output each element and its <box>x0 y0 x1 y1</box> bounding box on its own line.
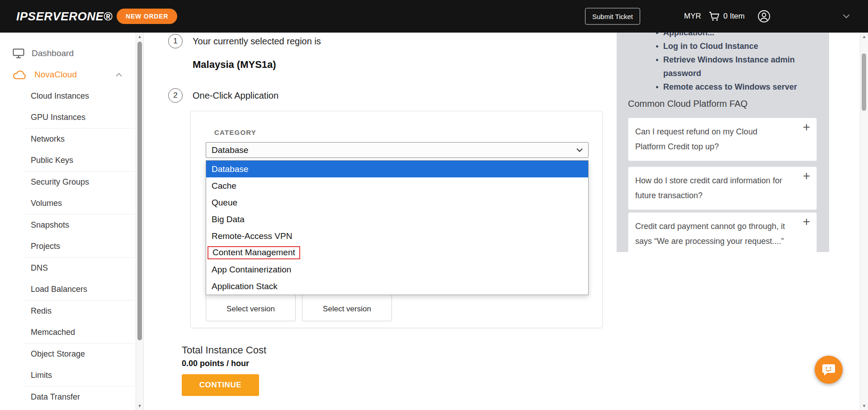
scroll-up-arrow-icon[interactable]: ▲ <box>136 34 143 39</box>
sidebar-item-public-keys[interactable]: Public Keys <box>25 150 135 172</box>
region-prompt-text: Your currently selected region is <box>193 36 321 47</box>
sidebar-item-gpu-instances[interactable]: GPU Instances <box>25 107 135 129</box>
sidebar-item-projects[interactable]: Projects <box>25 236 135 258</box>
ipserverone-logo[interactable]: IPSERVERONE® <box>16 10 113 24</box>
sidebar-item-label: NovaCloud <box>34 70 77 80</box>
faq-item[interactable]: Can I request refund on my Cloud Platfor… <box>628 118 817 161</box>
sidebar-item-object-storage[interactable]: Object Storage <box>25 343 135 365</box>
sidebar-scrollbar-thumb[interactable] <box>137 42 142 340</box>
step-2-marker: 2 <box>168 88 183 103</box>
chevron-up-icon <box>116 73 122 77</box>
chat-widget-button[interactable] <box>815 356 843 384</box>
cloud-icon <box>13 70 27 80</box>
faq-item[interactable]: Credit card payment cannot go through, i… <box>628 212 817 252</box>
cart-button[interactable]: 0 Item <box>709 11 745 21</box>
help-link[interactable]: Application... <box>656 33 829 39</box>
step-1-marker: 1 <box>168 34 183 48</box>
dropdown-option-big-data[interactable]: Big Data <box>206 211 588 228</box>
dropdown-option-content-management[interactable]: Content Management <box>206 244 588 261</box>
dropdown-option-cache[interactable]: Cache <box>206 177 588 194</box>
one-click-application-card: CATEGORY Database Database Cache Queue B… <box>190 111 603 328</box>
faq-question: How do I store credit card information f… <box>628 167 816 203</box>
selected-region: Malaysia (MYS1a) <box>193 59 276 71</box>
help-link[interactable]: Retrieve Windows Instance admin password <box>656 53 829 80</box>
cart-icon <box>709 11 720 21</box>
sidebar-item-limits[interactable]: Limits <box>25 365 135 387</box>
account-icon[interactable] <box>758 10 770 23</box>
currency-selector[interactable]: MYR <box>684 12 701 21</box>
main-content: 1 Your currently selected region is Mala… <box>144 33 617 410</box>
chevron-down-icon <box>576 148 583 152</box>
faq-section-title: Common Cloud Platform FAQ <box>628 99 748 109</box>
help-link[interactable]: Log in to Cloud Instance <box>656 39 829 53</box>
submit-ticket-button[interactable]: Submit Ticket <box>585 8 640 25</box>
page-scrollbar-thumb[interactable] <box>862 53 866 111</box>
category-selected-value: Database <box>212 145 248 155</box>
topbar: IPSERVERONE® NEW ORDER Submit Ticket MYR… <box>0 0 868 33</box>
help-links-list: Application... Log in to Cloud Instance … <box>656 33 829 94</box>
red-annotation-box: Content Management <box>208 246 300 259</box>
chat-bubble-icon <box>821 362 836 377</box>
sidebar-item-label: Dashboard <box>32 48 74 58</box>
cart-count-label: 0 Item <box>723 12 745 21</box>
total-cost-value: 0.00 points / hour <box>182 359 249 368</box>
faq-question: Can I request refund on my Cloud Platfor… <box>628 118 816 154</box>
monitor-icon <box>13 48 24 58</box>
select-version-dropdown[interactable]: Select version <box>206 305 295 314</box>
sidebar: Dashboard NovaCloud Cloud Instances GPU … <box>0 33 136 410</box>
page-scrollbar: ▲ ▼ <box>860 33 868 410</box>
dropdown-option-application-stack[interactable]: Application Stack <box>206 278 588 295</box>
chevron-down-icon[interactable] <box>843 14 850 19</box>
dropdown-option-app-containerization[interactable]: App Containerization <box>206 261 588 278</box>
sidebar-item-redis[interactable]: Redis <box>25 300 135 322</box>
sidebar-item-novacloud[interactable]: NovaCloud <box>0 64 136 86</box>
help-link[interactable]: Remote access to Windows server <box>656 80 829 94</box>
novacloud-submenu: Cloud Instances GPU Instances Networks P… <box>25 86 135 408</box>
dropdown-option-queue[interactable]: Queue <box>206 194 588 211</box>
sidebar-item-dashboard[interactable]: Dashboard <box>0 43 136 64</box>
scroll-up-arrow-icon[interactable]: ▲ <box>860 34 868 39</box>
dropdown-option-database[interactable]: Database <box>206 161 588 177</box>
plus-icon[interactable]: + <box>803 169 810 183</box>
category-dropdown-list: Database Cache Queue Big Data Remote-Acc… <box>206 160 589 295</box>
sidebar-item-memcached[interactable]: Memcached <box>25 322 135 344</box>
new-order-button[interactable]: NEW ORDER <box>117 9 177 24</box>
continue-button[interactable]: CONTINUE <box>182 374 259 396</box>
sidebar-item-networks[interactable]: Networks <box>25 129 135 150</box>
plus-icon[interactable]: + <box>803 215 810 229</box>
select-version-dropdown[interactable]: Select version <box>302 305 392 314</box>
total-cost-label: Total Instance Cost <box>182 344 266 356</box>
sidebar-item-cloud-instances[interactable]: Cloud Instances <box>25 86 135 107</box>
sidebar-item-snapshots[interactable]: Snapshots <box>25 215 135 236</box>
plus-icon[interactable]: + <box>803 120 810 134</box>
sidebar-item-dns[interactable]: DNS <box>25 257 135 279</box>
sidebar-scrollbar: ▲ ▼ <box>136 33 144 410</box>
sidebar-item-data-transfer[interactable]: Data Transfer <box>25 386 135 408</box>
scroll-down-arrow-icon[interactable]: ▼ <box>136 404 143 408</box>
category-select[interactable]: Database <box>206 142 589 158</box>
category-label: CATEGORY <box>214 129 256 136</box>
sidebar-item-volumes[interactable]: Volumes <box>25 193 135 215</box>
sidebar-item-load-balancers[interactable]: Load Balancers <box>25 279 135 301</box>
faq-question: Credit card payment cannot go through, i… <box>628 213 816 249</box>
scroll-down-arrow-icon[interactable]: ▼ <box>860 404 868 408</box>
sidebar-item-security-groups[interactable]: Security Groups <box>25 172 135 193</box>
dropdown-option-remote-access-vpn[interactable]: Remote-Access VPN <box>206 228 588 244</box>
help-panel: Application... Log in to Cloud Instance … <box>617 33 829 252</box>
faq-item[interactable]: How do I store credit card information f… <box>628 167 817 210</box>
step-2-title: One-Click Application <box>193 91 278 101</box>
